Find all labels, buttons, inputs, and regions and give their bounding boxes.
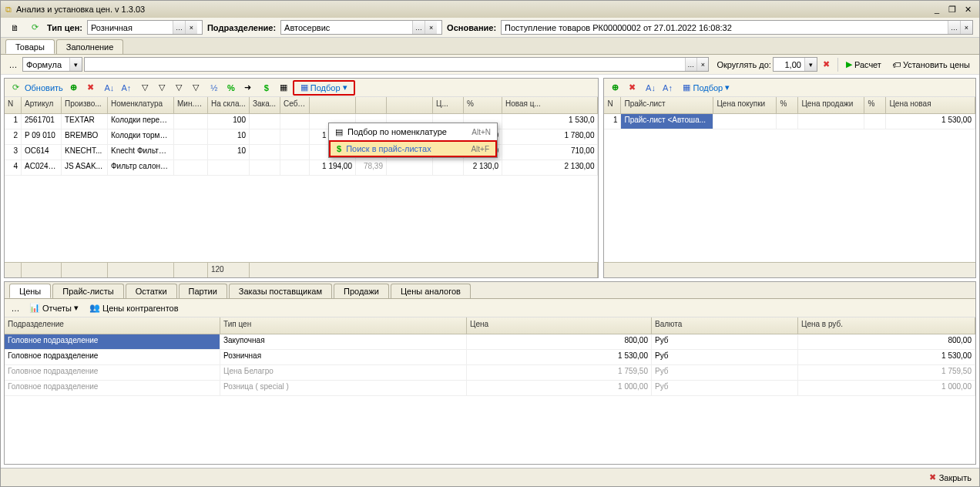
popup-pricelist-search[interactable]: $Поиск в прайс-листах Alt+F	[329, 140, 497, 157]
podbor-button[interactable]: ▦ Подбор ▾	[293, 80, 355, 96]
bcol-currency[interactable]: Валюта	[652, 317, 798, 334]
table-row[interactable]: Головное подразделениеРозничная1 530,00Р…	[5, 350, 975, 365]
bottom-body[interactable]: Головное подразделениеЗакупочная800,00Ру…	[5, 334, 975, 464]
division-clear[interactable]: ×	[425, 21, 437, 34]
maximize-button[interactable]: ❐	[945, 3, 959, 15]
set-prices-button[interactable]: 🏷 Установить цены	[888, 57, 975, 72]
basis-clear[interactable]: ×	[960, 21, 972, 34]
doc-refresh-icon[interactable]: ⟳	[27, 20, 42, 35]
col-article[interactable]: Артикул	[22, 97, 62, 113]
filter3-icon[interactable]: ▽	[171, 80, 186, 96]
add-icon-right[interactable]: ⊕	[607, 80, 623, 96]
price-type-ellipsis[interactable]: …	[173, 21, 185, 34]
bcol-rub[interactable]: Цена в руб.	[798, 317, 975, 334]
round-clear-icon[interactable]: ✖	[819, 57, 834, 72]
price-type-clear[interactable]: ×	[185, 21, 197, 34]
table-row[interactable]: 3OC614KNECHT...Knecht Фильтр ...10365,00…	[5, 145, 598, 160]
ellipsis-button[interactable]: …	[5, 57, 21, 72]
close-button[interactable]: ✖ Закрыть	[929, 472, 972, 482]
delete-icon[interactable]: ✖	[83, 80, 99, 96]
btab-sales[interactable]: Продажи	[334, 284, 389, 298]
basis-ellipsis[interactable]: …	[948, 21, 960, 34]
col-stock[interactable]: На скла...	[208, 97, 250, 113]
rcol-new[interactable]: Цена новая	[886, 97, 975, 113]
table-row[interactable]: Головное подразделениеЦена Белагро1 759,…	[5, 365, 975, 381]
formula-text[interactable]	[85, 58, 685, 71]
tab-fill[interactable]: Заполнение	[56, 39, 124, 54]
popup-nomenclature[interactable]: ▤Подбор по номенклатуре Alt+N	[329, 123, 497, 140]
formula-input[interactable]	[23, 58, 69, 71]
rcol-pct2[interactable]: %	[864, 97, 886, 113]
refresh-icon[interactable]: ⟳	[8, 80, 23, 96]
calc-button[interactable]: ▶ Расчет	[841, 57, 886, 72]
formula-clear[interactable]: ×	[696, 58, 708, 71]
formula-combo[interactable]: ▾	[22, 57, 82, 72]
btab-analog-prices[interactable]: Цены аналогов	[391, 284, 471, 298]
btab-prices[interactable]: Цены	[9, 284, 51, 298]
table-row[interactable]: 2P 09 010BREMBOКолодки тормо...101 000,0…	[5, 129, 598, 145]
btab-orders[interactable]: Заказы поставщикам	[229, 284, 332, 298]
bcol-division[interactable]: Подразделение	[5, 317, 220, 334]
table-row[interactable]: 1Прайс-лист <Автоша...1 530,00	[604, 114, 975, 129]
division-input[interactable]	[281, 21, 412, 34]
col-p1[interactable]	[310, 97, 356, 113]
sort-asc-icon-right[interactable]: A↓	[643, 80, 658, 96]
filter-clear-icon[interactable]: ▽	[188, 80, 203, 96]
formula-dropdown[interactable]: ▾	[69, 58, 82, 71]
rcol-pricelist[interactable]: Прайс-лист	[621, 97, 713, 113]
btab-pricelists[interactable]: Прайс-листы	[52, 284, 123, 298]
round-dropdown[interactable]: ▾	[804, 58, 817, 71]
price-type-combo[interactable]: … ×	[87, 20, 203, 35]
rcol-n[interactable]: N	[604, 97, 621, 113]
rcol-buy[interactable]: Цена покупки	[713, 97, 777, 113]
sort-desc-icon[interactable]: A↑	[119, 80, 134, 96]
reports-button[interactable]: 📊 Отчеты ▾	[25, 301, 83, 316]
btab-stock[interactable]: Остатки	[126, 284, 177, 298]
ellipsis-bottom[interactable]: …	[8, 301, 23, 316]
percent-icon[interactable]: %	[223, 80, 239, 96]
counterparty-prices-button[interactable]: 👥 Цены контрагентов	[85, 301, 183, 316]
table-row[interactable]: Головное подразделениеЗакупочная800,00Ру…	[5, 334, 975, 350]
sort-asc-icon[interactable]: A↓	[102, 80, 117, 96]
table-row[interactable]: Головное подразделениеРозница ( special …	[5, 381, 975, 396]
col-min[interactable]: Мин.о...	[174, 97, 208, 113]
dollar-icon[interactable]: $	[259, 80, 274, 96]
col-ordered[interactable]: Зака...	[250, 97, 280, 113]
close-window-button[interactable]: ✕	[961, 3, 975, 15]
formula-field[interactable]: … ×	[84, 57, 709, 72]
division-combo[interactable]: … ×	[280, 20, 442, 35]
formula-ellipsis[interactable]: …	[685, 58, 696, 71]
add-icon[interactable]: ⊕	[66, 80, 82, 96]
doc-icon[interactable]: 🗎	[7, 20, 22, 35]
export-icon[interactable]: ➜	[240, 80, 256, 96]
col-p2[interactable]	[356, 97, 387, 113]
sort-desc-icon-right[interactable]: A↑	[659, 80, 675, 96]
filter2-icon[interactable]: ▽	[154, 80, 169, 96]
right-grid-body[interactable]: 1Прайс-лист <Автоша...1 530,00	[604, 114, 975, 262]
tab-goods[interactable]: Товары	[5, 39, 55, 54]
col-producer[interactable]: Произво...	[62, 97, 108, 113]
fraction-icon[interactable]: ½	[206, 80, 222, 96]
table-icon[interactable]: ▦	[276, 80, 291, 96]
refresh-button[interactable]: Обновить	[25, 83, 63, 92]
left-grid-body[interactable]: 12561701TEXTARКолодки перед...1001 530,0…	[5, 114, 598, 262]
col-n[interactable]: N	[5, 97, 22, 113]
col-p4[interactable]: Ц...	[433, 97, 464, 113]
col-new-price[interactable]: Новая ц...	[502, 97, 598, 113]
division-ellipsis[interactable]: …	[412, 21, 425, 34]
rcol-pct1[interactable]: %	[777, 97, 798, 113]
col-nomenclature[interactable]: Номенклатура	[108, 97, 174, 113]
table-row[interactable]: 12561701TEXTARКолодки перед...1001 530,0	[5, 114, 598, 129]
basis-input[interactable]	[502, 21, 948, 34]
btab-batches[interactable]: Партии	[179, 284, 227, 298]
bcol-price[interactable]: Цена	[467, 317, 652, 334]
delete-icon-right[interactable]: ✖	[624, 80, 639, 96]
podbor-right-button[interactable]: ▦ Подбор ▾	[678, 80, 734, 96]
round-combo[interactable]: ▾	[773, 57, 817, 72]
bcol-type[interactable]: Тип цен	[220, 317, 467, 334]
price-type-input[interactable]	[88, 21, 173, 34]
col-cost[interactable]: Себе...	[280, 97, 310, 113]
col-pct[interactable]: %	[464, 97, 502, 113]
filter1-icon[interactable]: ▽	[137, 80, 153, 96]
round-input[interactable]	[774, 58, 804, 71]
